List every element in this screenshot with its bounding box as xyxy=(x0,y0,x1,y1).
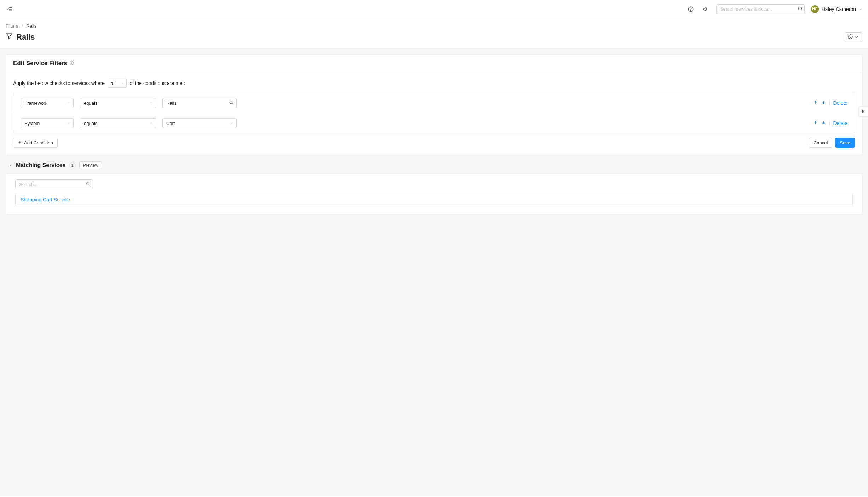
global-search-input[interactable] xyxy=(716,4,805,14)
preview-button[interactable]: Preview xyxy=(79,161,102,169)
avatar: HC xyxy=(811,5,819,13)
apply-sentence: Apply the below checks to services where… xyxy=(13,79,855,88)
add-condition-button[interactable]: Add Condition xyxy=(13,138,58,148)
matching-search-input[interactable] xyxy=(15,179,93,189)
divider xyxy=(829,100,830,106)
apply-mode-select[interactable]: all xyxy=(108,79,127,88)
divider xyxy=(829,120,830,126)
side-panel-toggle[interactable] xyxy=(859,106,868,117)
save-button[interactable]: Save xyxy=(835,138,855,148)
condition-row: System equals Cart xyxy=(13,113,855,133)
announcements-icon[interactable] xyxy=(701,5,710,13)
svg-line-13 xyxy=(232,103,233,104)
condition-operator-select[interactable]: equals xyxy=(80,98,156,108)
svg-point-4 xyxy=(690,10,691,11)
help-icon[interactable] xyxy=(687,5,695,13)
filter-icon xyxy=(6,33,13,42)
search-icon xyxy=(86,182,90,187)
card-title: Edit Service Filters xyxy=(13,60,67,67)
chevron-down-icon xyxy=(230,121,233,126)
matching-results: Shopping Cart Service xyxy=(15,193,853,206)
chevron-down-icon xyxy=(67,101,70,106)
page-settings-button[interactable] xyxy=(845,32,862,42)
plus-icon xyxy=(18,140,22,145)
conditions-list: Framework equals Rails xyxy=(13,93,855,133)
svg-point-8 xyxy=(850,36,851,38)
svg-point-11 xyxy=(72,62,72,62)
search-icon xyxy=(229,100,233,106)
gear-icon xyxy=(848,34,853,40)
matching-result-link[interactable]: Shopping Cart Service xyxy=(21,197,70,202)
matching-services-section: Matching Services 1 Preview Shopping Car… xyxy=(6,161,862,215)
breadcrumb: Filters / Rails xyxy=(6,23,862,29)
condition-key-select[interactable]: Framework xyxy=(21,98,74,108)
chevron-down-icon xyxy=(859,6,862,12)
chevron-down-icon xyxy=(854,34,859,40)
delete-condition-link[interactable]: Delete xyxy=(833,120,847,126)
delete-condition-link[interactable]: Delete xyxy=(833,100,847,106)
collapse-toggle[interactable] xyxy=(8,162,12,168)
chevron-down-icon xyxy=(149,121,153,126)
move-up-button[interactable] xyxy=(813,120,818,126)
chevron-down-icon xyxy=(121,81,124,86)
cancel-button[interactable]: Cancel xyxy=(809,138,832,148)
matching-count-badge: 1 xyxy=(69,162,76,168)
topbar: HC Haley Cameron xyxy=(0,0,868,18)
page-header: Filters / Rails Rails xyxy=(0,18,868,49)
page-title: Rails xyxy=(6,33,35,42)
user-menu[interactable]: HC Haley Cameron xyxy=(811,5,862,13)
condition-row: Framework equals Rails xyxy=(13,93,855,113)
breadcrumb-current: Rails xyxy=(26,23,36,29)
breadcrumb-separator: / xyxy=(22,23,23,29)
condition-operator-select[interactable]: equals xyxy=(80,118,156,128)
card-header: Edit Service Filters xyxy=(6,55,862,72)
matching-result-row: Shopping Cart Service xyxy=(15,193,853,206)
info-icon[interactable] xyxy=(69,61,74,67)
condition-value-input[interactable]: Cart xyxy=(162,118,237,128)
move-down-button[interactable] xyxy=(821,120,826,126)
chevron-down-icon xyxy=(149,101,153,106)
condition-key-select[interactable]: System xyxy=(21,118,74,128)
svg-point-22 xyxy=(86,182,89,185)
matching-title: Matching Services xyxy=(16,162,66,168)
move-down-button[interactable] xyxy=(821,100,826,106)
condition-value-input[interactable]: Rails xyxy=(162,98,237,108)
svg-line-23 xyxy=(89,185,89,185)
move-up-button[interactable] xyxy=(813,100,818,106)
user-name: Haley Cameron xyxy=(822,6,856,12)
svg-point-12 xyxy=(230,101,232,104)
workspace: Edit Service Filters Apply the below che… xyxy=(0,49,868,496)
matching-search[interactable] xyxy=(15,179,93,189)
edit-service-filters-card: Edit Service Filters Apply the below che… xyxy=(6,55,862,155)
breadcrumb-root[interactable]: Filters xyxy=(6,23,18,29)
chevron-down-icon xyxy=(67,121,70,126)
sidebar-collapse-icon[interactable] xyxy=(6,5,14,13)
global-search[interactable] xyxy=(716,4,805,14)
svg-marker-7 xyxy=(7,34,12,39)
